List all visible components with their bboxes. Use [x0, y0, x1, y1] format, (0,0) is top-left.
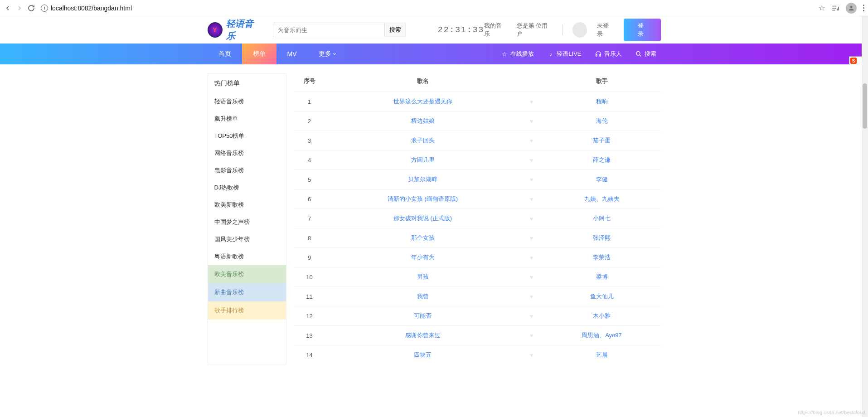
heart-icon[interactable]: ♥ — [520, 189, 543, 209]
login-status: 未登录 — [597, 22, 614, 38]
th-index: 序号 — [294, 73, 325, 92]
nav-more[interactable]: 更多 — [308, 44, 348, 64]
sidebar-item-new[interactable]: 新曲音乐榜 — [208, 283, 286, 301]
song-link[interactable]: 感谢你曾来过 — [405, 332, 441, 339]
heart-icon[interactable]: ♥ — [520, 306, 543, 326]
sidebar-item[interactable]: 欧美新歌榜 — [208, 196, 286, 213]
artist-link[interactable]: 张泽熙 — [593, 234, 611, 241]
sidebar-item-singer[interactable]: 歌手排行榜 — [208, 301, 286, 320]
heart-icon[interactable]: ♥ — [520, 326, 543, 345]
heart-icon[interactable]: ♥ — [520, 248, 543, 267]
artist-link[interactable]: 薛之谦 — [593, 156, 611, 163]
artist-link[interactable]: 小阿七 — [593, 215, 611, 222]
song-link[interactable]: 世界这么大还是遇见你 — [393, 98, 452, 105]
song-link[interactable]: 方圆几里 — [411, 156, 435, 163]
artist-link[interactable]: 木小雅 — [593, 312, 611, 319]
heart-icon[interactable]: ♥ — [520, 150, 543, 170]
nav-search[interactable]: 搜索 — [635, 50, 656, 58]
nav-online-play[interactable]: ☆ 在线播放 — [501, 50, 534, 58]
cell-index: 3 — [294, 131, 325, 150]
cell-index: 6 — [294, 189, 325, 209]
nav-charts[interactable]: 榜单 — [242, 44, 276, 64]
back-icon[interactable] — [4, 4, 12, 12]
logo-text[interactable]: 轻语音乐 — [226, 18, 261, 42]
heart-icon[interactable]: ♥ — [520, 92, 543, 112]
song-link[interactable]: 那个女孩 — [411, 234, 435, 241]
artist-link[interactable]: 梁博 — [596, 273, 608, 280]
sidebar-item-western[interactable]: 欧美音乐榜 — [208, 265, 286, 283]
heart-icon[interactable]: ♥ — [520, 228, 543, 248]
heart-icon[interactable]: ♥ — [520, 287, 543, 306]
nav-live[interactable]: ♪ 轻语LIVE — [548, 50, 581, 58]
sidebar-item[interactable]: 电影音乐榜 — [208, 162, 286, 179]
artist-link[interactable]: 九姨、九姨夫 — [584, 195, 620, 202]
artist-link[interactable]: 艺晨 — [596, 351, 608, 358]
search-button[interactable]: 搜索 — [384, 23, 406, 37]
heart-icon[interactable]: ♥ — [520, 131, 543, 150]
url-bar[interactable]: i localhost:8082/bangdan.html — [41, 5, 132, 12]
song-link[interactable]: 浪子回头 — [411, 137, 435, 144]
artist-link[interactable]: 李健 — [596, 176, 608, 183]
song-link[interactable]: 桥边姑娘 — [411, 117, 435, 124]
heart-icon[interactable]: ♥ — [520, 170, 543, 189]
profile-icon[interactable] — [846, 3, 857, 14]
reload-icon[interactable] — [27, 4, 35, 12]
logo-icon[interactable]: Y — [208, 22, 223, 38]
sidebar-item[interactable]: DJ热歌榜 — [208, 179, 286, 196]
artist-link[interactable]: 程响 — [596, 98, 608, 105]
sidebar-item[interactable]: 网络音乐榜 — [208, 145, 286, 162]
info-icon[interactable]: i — [41, 5, 48, 12]
heart-icon[interactable]: ♥ — [520, 267, 543, 287]
menu-icon[interactable] — [863, 5, 864, 11]
sidebar-item[interactable]: 中国梦之声榜 — [208, 213, 286, 231]
cell-song: 桥边姑娘 — [325, 112, 520, 131]
nav-mv[interactable]: MV — [276, 44, 308, 64]
table-row: 6清新的小女孩 (缅甸语原版)♥九姨、九姨夫 — [294, 189, 661, 209]
song-link[interactable]: 贝加尔湖畔 — [408, 176, 437, 183]
sidebar-item[interactable]: TOP50榜单 — [208, 127, 286, 145]
heart-icon[interactable]: ♥ — [520, 209, 543, 228]
playlist-icon[interactable] — [831, 4, 839, 12]
song-link[interactable]: 男孩 — [417, 273, 429, 280]
search-input[interactable] — [273, 23, 384, 37]
my-music-link[interactable]: 我的音乐 — [484, 22, 507, 38]
sidebar-item[interactable]: 粤语新歌榜 — [208, 248, 286, 265]
heart-icon[interactable]: ♥ — [520, 112, 543, 131]
cell-index: 7 — [294, 209, 325, 228]
cell-artist: 鱼大仙儿 — [543, 287, 661, 306]
artist-link[interactable]: 鱼大仙儿 — [590, 293, 614, 300]
cell-index: 14 — [294, 345, 325, 365]
artist-link[interactable]: 海伦 — [596, 117, 608, 124]
bookmark-icon[interactable]: ☆ — [819, 4, 825, 12]
song-link[interactable]: 我曾 — [417, 293, 429, 300]
cell-artist: 周思涵、Ayo97 — [543, 326, 661, 345]
cell-artist: 梁博 — [543, 267, 661, 287]
artist-link[interactable]: 茄子蛋 — [593, 137, 611, 144]
song-link[interactable]: 年少有为 — [411, 254, 435, 261]
artist-link[interactable]: 李荣浩 — [593, 254, 611, 261]
user-rank-text: 您是第 位用户 — [517, 22, 552, 38]
avatar[interactable] — [572, 22, 587, 38]
song-link[interactable]: 那女孩对我说 (正式版) — [393, 215, 452, 222]
forward-icon[interactable] — [15, 4, 24, 12]
login-button[interactable]: 登 录 — [624, 19, 660, 41]
sidebar-item[interactable]: 国风美少年榜 — [208, 231, 286, 248]
cell-artist: 木小雅 — [543, 306, 661, 326]
sidebar-item[interactable]: 轻语音乐榜 — [208, 93, 286, 110]
cell-index: 13 — [294, 326, 325, 345]
cell-index: 8 — [294, 228, 325, 248]
song-link[interactable]: 可能否 — [414, 312, 432, 319]
nav-musician[interactable]: 音乐人 — [595, 50, 622, 58]
cell-song: 浪子回头 — [325, 131, 520, 150]
song-link[interactable]: 四块五 — [414, 351, 432, 358]
scroll-thumb[interactable] — [863, 83, 867, 129]
scrollbar[interactable] — [862, 16, 868, 364]
cell-artist: 海伦 — [543, 112, 661, 131]
song-link[interactable]: 清新的小女孩 (缅甸语原版) — [388, 195, 458, 202]
nav-home[interactable]: 首页 — [208, 44, 242, 64]
heart-icon[interactable]: ♥ — [520, 345, 543, 365]
artist-link[interactable]: 周思涵、Ayo97 — [582, 332, 622, 339]
cell-song: 四块五 — [325, 345, 520, 365]
sidebar-item[interactable]: 飙升榜单 — [208, 110, 286, 127]
cell-index: 2 — [294, 112, 325, 131]
